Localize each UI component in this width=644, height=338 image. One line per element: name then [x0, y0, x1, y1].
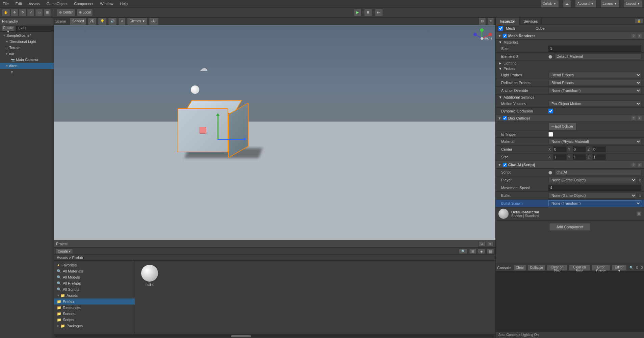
hierarchy-item-samplescene[interactable]: ▼ SampleScene*	[0, 32, 54, 38]
hierarchy-item-e[interactable]: e	[0, 69, 54, 75]
center-y-input[interactable]	[573, 146, 586, 152]
chat-ai-icon-btn1[interactable]: ?	[631, 162, 636, 167]
size-z-input[interactable]	[592, 154, 606, 160]
light-probes-select[interactable]: Blend Probes	[548, 72, 641, 78]
cloud-button[interactable]: ☁	[563, 0, 571, 7]
hierarchy-item-car[interactable]: ► car	[0, 51, 54, 57]
element0-select[interactable]: Default-Material	[555, 53, 641, 59]
scale-tool[interactable]: ⤢	[27, 9, 34, 16]
project-tool2[interactable]: ◈	[478, 249, 485, 254]
menu-component[interactable]: Component	[73, 2, 95, 6]
layers-button[interactable]: Layers ▼	[600, 0, 620, 7]
box-collider-icon-btn1[interactable]: ?	[631, 116, 636, 121]
rect-tool[interactable]: ▭	[35, 9, 43, 16]
player-circle-btn[interactable]: ⊙	[639, 178, 641, 182]
project-tool3[interactable]: ⊟	[487, 249, 494, 254]
audio-button[interactable]: 🔊	[108, 18, 117, 25]
project-tool1[interactable]: ⊞	[469, 249, 476, 254]
dynamic-occlusion-checkbox[interactable]	[548, 109, 553, 113]
is-trigger-checkbox[interactable]	[548, 132, 553, 137]
collab-button[interactable]: Collab ▼	[540, 0, 559, 7]
menu-window[interactable]: Window	[99, 2, 114, 6]
mesh-renderer-header[interactable]: ▼ Mesh Renderer ? ≡	[496, 32, 644, 40]
chat-ai-icon-btn2[interactable]: ≡	[637, 162, 642, 167]
movement-speed-input[interactable]	[548, 185, 641, 191]
console-editor-btn[interactable]: Editor ▼	[612, 265, 626, 271]
scene-maximize[interactable]: ⊡	[479, 18, 486, 25]
packages-header[interactable]: ► 📁 Packages	[54, 323, 135, 329]
transform-tool[interactable]: ⊞	[44, 9, 51, 16]
rotate-tool[interactable]: ↻	[19, 9, 26, 16]
inspector-lock[interactable]: 🔒	[635, 18, 643, 24]
menu-edit[interactable]: Edit	[14, 2, 23, 6]
mesh-renderer-icon-btn2[interactable]: ≡	[637, 33, 642, 38]
prefab-folder-item[interactable]: 📁 Prefab	[54, 298, 135, 305]
scripts-folder-item[interactable]: 📁 Scripts	[54, 317, 135, 323]
mesh-renderer-enabled[interactable]	[503, 34, 507, 38]
scene-view[interactable]: ☁	[54, 25, 495, 240]
anchor-override-select[interactable]: None (Transform)	[548, 87, 641, 94]
box-collider-header[interactable]: ▼ Box Collider ? ≡	[496, 114, 644, 122]
size-field[interactable]	[548, 46, 641, 52]
bullst-spawn-select[interactable]: None (Transform)	[548, 200, 641, 206]
scene-gizmos[interactable]: Gizmos ▼	[127, 18, 148, 25]
hierarchy-item-terrain[interactable]: ◻ Terrain	[0, 45, 54, 51]
tab-services[interactable]: Services	[519, 18, 542, 25]
menu-help[interactable]: Help	[119, 2, 129, 6]
2d-button[interactable]: 2D	[88, 18, 97, 25]
mesh-renderer-icon-btn1[interactable]: ?	[631, 33, 636, 38]
add-component-btn[interactable]: Add Component	[549, 223, 591, 231]
assets-header[interactable]: ▼ 📁 Assets	[54, 292, 135, 298]
local-button[interactable]: ⊕ Local	[77, 9, 93, 16]
hand-tool[interactable]: ✋	[1, 9, 10, 16]
menu-file[interactable]: File	[1, 2, 10, 6]
console-search-icon[interactable]: 🔍	[629, 266, 634, 269]
scrollbar-track[interactable]	[55, 335, 494, 337]
player-select[interactable]: None (Game Object)	[548, 177, 637, 183]
shaded-button[interactable]: Shaded	[70, 18, 86, 25]
project-create-btn[interactable]: Create ▾	[55, 249, 73, 254]
box-collider-icon-btn2[interactable]: ≡	[637, 116, 642, 121]
chat-ai-enabled[interactable]	[503, 163, 507, 167]
hierarchy-item-directionallight[interactable]: ☀ Directional Light	[0, 38, 54, 45]
console-clearonbuild-btn[interactable]: Clear on Build	[569, 265, 590, 271]
fx-button[interactable]: ✦	[118, 18, 126, 25]
account-button[interactable]: Account ▼	[575, 0, 596, 7]
resources-folder-item[interactable]: 📁 Resources	[54, 305, 135, 311]
favorites-header[interactable]: ★ Favorites	[54, 262, 135, 268]
additional-settings-section[interactable]: ▼ Additional Settings	[496, 95, 644, 100]
menu-assets[interactable]: Assets	[27, 2, 41, 6]
scene-all[interactable]: ◦All	[149, 18, 159, 25]
hierarchy-create-btn[interactable]: Create ▼	[1, 26, 15, 31]
all-materials-item[interactable]: 🔍 All Materials	[54, 268, 135, 274]
project-search-icon[interactable]: 🔍	[459, 249, 468, 254]
lights-button[interactable]: 💡	[98, 18, 107, 25]
project-scrollbar[interactable]	[54, 334, 495, 338]
move-tool[interactable]: ✛	[11, 9, 18, 16]
scene-menu[interactable]: ≡	[487, 18, 494, 25]
size-y-input[interactable]	[573, 154, 586, 160]
console-clearonplay-btn[interactable]: Clear on Play	[547, 265, 567, 271]
center-z-input[interactable]	[592, 146, 606, 152]
probes-section[interactable]: ▼ Probes	[496, 66, 644, 71]
script-field[interactable]: chatAI	[555, 169, 641, 175]
step-button[interactable]: ⏭	[375, 9, 383, 16]
materials-section[interactable]: ▼ Materials	[496, 40, 644, 45]
console-errorpause-btn[interactable]: Error Pause	[592, 265, 611, 271]
asset-bullet[interactable]: bullet	[138, 263, 161, 288]
layout-button[interactable]: Layout ▼	[623, 0, 643, 7]
console-clear-btn[interactable]: Clear	[513, 265, 526, 271]
chat-ai-header[interactable]: ▼ Chat AI (Script) ? ≡	[496, 161, 644, 168]
bullet-circle-btn[interactable]: ⊙	[639, 194, 641, 198]
material-settings-btn[interactable]: ⚙	[637, 211, 641, 216]
object-active-checkbox[interactable]	[498, 26, 503, 31]
size-x-input[interactable]	[553, 154, 567, 160]
console-collapse-btn[interactable]: Collapse	[527, 265, 545, 271]
hierarchy-item-maincamera[interactable]: 📷 Main Camera	[0, 57, 54, 63]
center-button[interactable]: ⊕ Center	[57, 9, 75, 16]
scene-cube[interactable]	[178, 100, 245, 154]
center-x-input[interactable]	[553, 146, 567, 152]
box-collider-enabled[interactable]	[503, 116, 507, 120]
menu-gameobject[interactable]: GameObject	[45, 2, 69, 6]
play-button[interactable]: ▶	[354, 9, 361, 16]
